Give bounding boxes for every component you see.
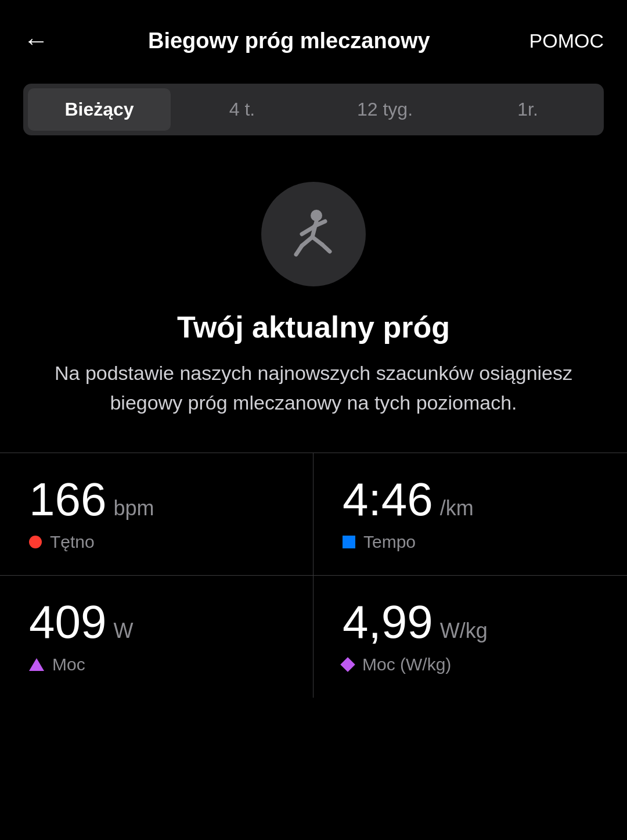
moc-kg-indicator-diamond [340, 657, 355, 672]
help-button[interactable]: POMOC [529, 30, 604, 52]
stat-tetno-value-row: 166 bpm [29, 476, 284, 523]
stat-moc-label: Moc [52, 655, 85, 674]
runner-icon-circle [261, 182, 366, 286]
stat-tempo-unit: /km [440, 496, 474, 520]
main-content: Twój aktualny próg Na podstawie naszych … [0, 286, 627, 418]
stat-tetno: 166 bpm Tętno [0, 453, 314, 575]
stat-tetno-number: 166 [29, 476, 106, 523]
tab-biezacy[interactable]: Bieżący [28, 88, 171, 131]
main-description: Na podstawie naszych najnowszych szacunk… [35, 358, 592, 418]
tab-12tyg[interactable]: 12 tyg. [314, 88, 456, 131]
stat-tetno-unit: bpm [113, 496, 154, 520]
stat-moc: 409 W Moc [0, 575, 314, 698]
stat-tempo-number: 4:46 [343, 476, 433, 523]
stat-moc-kg-label: Moc (W/kg) [362, 655, 451, 674]
tetno-indicator-dot [29, 536, 42, 548]
tab-bar: Bieżący 4 t. 12 tyg. 1r. [23, 84, 604, 135]
svg-line-7 [322, 245, 330, 252]
stat-tempo: 4:46 /km Tempo [314, 453, 627, 575]
main-title: Twój aktualny próg [35, 310, 592, 344]
stat-moc-number: 409 [29, 599, 106, 645]
runner-icon-container [0, 182, 627, 286]
stat-moc-kg-value-row: 4,99 W/kg [343, 599, 598, 645]
stat-tetno-label: Tętno [50, 532, 95, 552]
tab-4t[interactable]: 4 t. [171, 88, 314, 131]
back-button[interactable]: ← [23, 28, 49, 53]
moc-indicator-triangle [29, 658, 44, 671]
stat-moc-unit: W [113, 619, 133, 643]
svg-line-4 [302, 237, 312, 246]
header: ← Biegowy próg mleczanowy POMOC [0, 0, 627, 72]
stats-grid: 166 bpm Tętno 4:46 /km Tempo 409 W Moc [0, 453, 627, 698]
tab-1r[interactable]: 1r. [456, 88, 599, 131]
stat-moc-value-row: 409 W [29, 599, 284, 645]
stat-moc-kg: 4,99 W/kg Moc (W/kg) [314, 575, 627, 698]
page-title: Biegowy próg mleczanowy [49, 28, 529, 53]
runner-icon [284, 205, 343, 263]
svg-line-5 [296, 246, 302, 254]
stat-tempo-label-row: Tempo [343, 532, 598, 552]
stat-tetno-label-row: Tętno [29, 532, 284, 552]
stat-moc-kg-label-row: Moc (W/kg) [343, 655, 598, 674]
stat-moc-kg-unit: W/kg [440, 619, 488, 643]
tempo-indicator-square [343, 536, 355, 548]
stat-tempo-label: Tempo [363, 532, 416, 552]
stat-moc-kg-number: 4,99 [343, 599, 433, 645]
stat-tempo-value-row: 4:46 /km [343, 476, 598, 523]
stat-moc-label-row: Moc [29, 655, 284, 674]
